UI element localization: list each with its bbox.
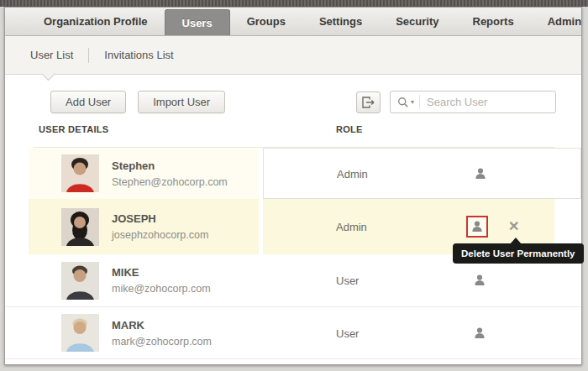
role-cell: User bbox=[263, 307, 554, 358]
column-header-user-details: USER DETAILS bbox=[39, 124, 108, 134]
user-role: User bbox=[336, 327, 359, 339]
search-input[interactable] bbox=[427, 96, 555, 108]
table-row[interactable]: Stephen Stephen@zohocorp.com Admin bbox=[5, 148, 582, 199]
search-icon bbox=[397, 97, 409, 108]
delete-tooltip: Delete User Permanently bbox=[453, 243, 584, 264]
delete-user-button[interactable] bbox=[466, 216, 488, 238]
user-email: Stephen@zohocorp.com bbox=[112, 176, 228, 188]
person-icon bbox=[473, 274, 486, 287]
sub-nav-bar: User List Invitations List bbox=[5, 36, 581, 75]
column-header-role: ROLE bbox=[336, 124, 363, 134]
user-name: MIKE bbox=[112, 266, 211, 279]
change-user-button[interactable] bbox=[471, 272, 488, 289]
search-box: ▾ bbox=[390, 91, 556, 113]
change-user-button[interactable] bbox=[472, 165, 489, 182]
user-role: Admin bbox=[337, 167, 368, 180]
user-name: Stephen bbox=[112, 159, 228, 172]
tab-reports[interactable]: Reports bbox=[456, 8, 531, 35]
tab-security[interactable]: Security bbox=[379, 8, 455, 35]
person-icon bbox=[473, 327, 486, 340]
toolbar-buttons: Add User Import User bbox=[50, 91, 225, 113]
subnav-separator bbox=[88, 48, 89, 63]
add-user-button[interactable]: Add User bbox=[50, 91, 126, 113]
avatar bbox=[61, 314, 99, 352]
import-user-button[interactable]: Import User bbox=[138, 91, 225, 113]
tab-users[interactable]: Users bbox=[165, 9, 230, 35]
user-email: mark@zohocorp.com bbox=[112, 336, 212, 347]
avatar bbox=[61, 208, 99, 246]
export-users-button[interactable] bbox=[356, 91, 381, 113]
export-icon bbox=[360, 96, 376, 109]
user-role: Admin bbox=[336, 221, 367, 233]
tab-admin[interactable]: Admin bbox=[531, 8, 582, 35]
user-name: JOSEPH bbox=[112, 212, 208, 225]
window-top-strip bbox=[0, 0, 588, 7]
change-user-button[interactable] bbox=[471, 325, 488, 342]
search-caret-icon: ▾ bbox=[411, 99, 414, 106]
user-details-cell: MIKE mike@zohocorp.com bbox=[29, 254, 259, 306]
tab-organization-profile[interactable]: Organization Profile bbox=[27, 8, 165, 35]
user-email: mike@zohocorp.com bbox=[112, 283, 211, 295]
user-details-cell: JOSEPH josephzohocorp.com bbox=[29, 199, 259, 254]
search-options-dropdown[interactable]: ▾ bbox=[397, 95, 420, 109]
avatar bbox=[61, 262, 99, 300]
person-icon bbox=[470, 220, 484, 233]
close-icon[interactable]: ✕ bbox=[508, 220, 519, 233]
tab-settings[interactable]: Settings bbox=[302, 8, 379, 35]
table-row[interactable]: MARK mark@zohocorp.com User bbox=[5, 307, 582, 359]
avatar bbox=[61, 154, 99, 192]
user-role: User bbox=[336, 274, 359, 287]
main-tab-bar: Organization Profile Users Groups Settin… bbox=[5, 8, 581, 36]
user-details-cell: MARK mark@zohocorp.com bbox=[29, 307, 259, 358]
person-icon bbox=[474, 167, 487, 180]
role-cell: Admin bbox=[263, 148, 581, 199]
user-name: MARK bbox=[112, 319, 212, 332]
user-email: josephzohocorp.com bbox=[112, 229, 208, 241]
user-details-cell: Stephen Stephen@zohocorp.com bbox=[29, 148, 259, 199]
admin-panel-window: Organization Profile Users Groups Settin… bbox=[4, 7, 582, 365]
tab-groups[interactable]: Groups bbox=[230, 8, 302, 35]
subnav-item-user-list[interactable]: User List bbox=[30, 49, 73, 61]
subnav-item-invitations-list[interactable]: Invitations List bbox=[104, 49, 173, 61]
